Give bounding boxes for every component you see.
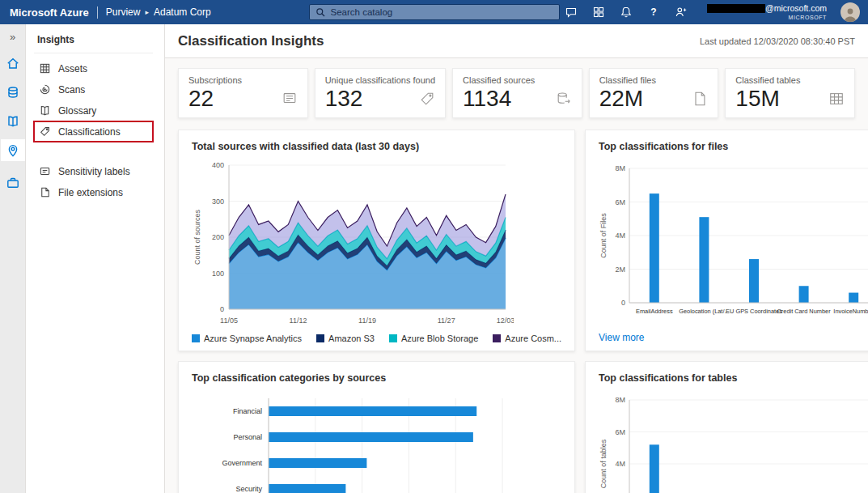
sidebar-item-label: Glossary — [58, 105, 96, 117]
svg-text:12/03: 12/03 — [497, 317, 514, 325]
breadcrumb-org[interactable]: Adatum Corp — [154, 6, 211, 18]
topbar-actions: ? @microsoft.com MICROSOFT — [565, 2, 860, 22]
breadcrumb: Purview ▸ Adatum Corp — [106, 6, 211, 18]
stat-label: Classified sources — [463, 75, 572, 85]
legend-swatch — [192, 334, 200, 342]
app-shell: » I — [0, 24, 868, 493]
classification-tag-icon — [39, 125, 51, 138]
azure-brand: Microsoft Azure — [10, 6, 89, 19]
svg-text:Government: Government — [222, 459, 262, 467]
svg-text:Count of sources: Count of sources — [193, 209, 201, 265]
help-icon[interactable]: ? — [647, 6, 661, 19]
sidebar-item-sensitivity-labels[interactable]: Sensitivity labels — [34, 161, 153, 181]
stat-card-classified-sources: Classified sources 1134 — [452, 68, 582, 118]
main-header: Classification Insights Last updated 12/… — [165, 24, 868, 58]
collapse-chevrons-icon[interactable]: » — [1, 28, 25, 45]
data-map-icon[interactable] — [1, 81, 25, 103]
tables-bar-chart: 02M4M6M8MCount of tables — [599, 390, 868, 493]
chart-card-tables-bars: Top classifications for tables 02M4M6M8M… — [585, 361, 868, 493]
categories-hbar-chart: FinancialPersonalGovernmentSecurity — [192, 390, 514, 493]
file-icon — [692, 91, 708, 110]
stat-card-unique-classifications: Unique classifications found 132 — [315, 68, 446, 118]
svg-text:11/05: 11/05 — [220, 317, 238, 325]
files-bar-chart: 02M4M6M8MEmailAddressGeolocation (Lat/..… — [599, 159, 868, 324]
left-icon-rail: » — [0, 24, 26, 493]
stat-card-classified-tables: Classified tables 15M — [725, 68, 855, 118]
sidebar-item-assets[interactable]: Assets — [34, 58, 153, 79]
chart-title: Top classifications for tables — [599, 372, 868, 384]
feedback-icon[interactable] — [565, 6, 578, 19]
glossary-book-icon — [39, 104, 51, 117]
search-input[interactable] — [331, 7, 553, 17]
svg-text:11/19: 11/19 — [358, 317, 376, 325]
stat-card-subscriptions: Subscriptions 22 — [178, 68, 308, 118]
legend-item: Azure Cosm... — [493, 334, 561, 343]
svg-text:Count of Files: Count of Files — [599, 213, 608, 258]
sidebar-item-file-extensions[interactable]: File extensions — [34, 182, 153, 202]
sources-area-chart: 010020030040011/0511/1211/1911/2712/03Co… — [192, 159, 514, 329]
legend-swatch — [389, 334, 397, 342]
svg-text:0: 0 — [220, 305, 224, 313]
svg-text:6M: 6M — [616, 198, 626, 206]
sidebar-item-classifications[interactable]: Classifications — [34, 121, 153, 142]
svg-text:11/27: 11/27 — [438, 317, 455, 325]
account-info[interactable]: @microsoft.com MICROSOFT — [707, 4, 827, 20]
sidebar-item-scans[interactable]: Scans — [34, 79, 153, 100]
last-updated: Last updated 12/03/2020 08:30:40 PST — [700, 36, 855, 46]
svg-text:Financial: Financial — [233, 407, 262, 415]
sidebar-item-glossary[interactable]: Glossary — [34, 100, 153, 121]
stat-label: Unique classifications found — [325, 75, 435, 85]
redacted-account-name — [707, 4, 765, 13]
view-more-link[interactable]: View more — [599, 332, 644, 343]
stat-label: Classified tables — [735, 75, 845, 85]
breadcrumb-product[interactable]: Purview — [106, 6, 141, 18]
scan-icon — [39, 83, 51, 96]
contact-icon[interactable] — [675, 6, 688, 19]
account-org: MICROSOFT — [789, 15, 827, 20]
svg-text:EmailAddress: EmailAddress — [636, 308, 673, 315]
svg-text:Count of tables: Count of tables — [599, 439, 608, 488]
svg-text:Credit Card Number: Credit Card Number — [777, 308, 832, 315]
sidebar-item-label: Classifications — [58, 126, 121, 138]
svg-text:2M: 2M — [616, 266, 626, 274]
apps-icon[interactable] — [592, 6, 606, 19]
stat-card-classified-files: Classified files 22M — [589, 68, 719, 118]
insights-sidebar: Insights Assets Scans — [26, 24, 165, 493]
sidebar-list: Assets Scans Glossary — [34, 58, 164, 202]
svg-text:100: 100 — [212, 270, 224, 278]
svg-text:400: 400 — [212, 161, 224, 169]
catalog-search[interactable] — [309, 4, 560, 20]
stat-label: Subscriptions — [188, 75, 298, 85]
home-icon[interactable] — [1, 52, 25, 74]
chart-card-categories-hbars: Top classification categories by sources… — [178, 361, 575, 493]
svg-text:11/12: 11/12 — [290, 317, 307, 325]
sensitivity-label-icon — [39, 165, 51, 177]
search-icon — [315, 7, 326, 18]
chart-title: Top classification categories by sources — [192, 372, 561, 384]
legend-item: Azure Synapse Analytics — [192, 334, 302, 343]
main-content: Subscriptions 22 Unique classifications … — [165, 58, 868, 493]
avatar[interactable] — [840, 2, 860, 22]
svg-text:8M: 8M — [616, 396, 626, 404]
page-title: Classification Insights — [178, 33, 324, 49]
chart-legend: Azure Synapse Analytics Amazon S3 Azure … — [192, 334, 561, 343]
svg-text:4M: 4M — [616, 460, 626, 468]
legend-swatch — [316, 334, 324, 342]
insights-icon[interactable] — [1, 139, 25, 161]
data-catalog-icon[interactable] — [1, 110, 25, 132]
top-bar: Microsoft Azure Purview ▸ Adatum Corp — [0, 0, 868, 24]
subscription-icon — [282, 91, 298, 110]
svg-text:Security: Security — [235, 485, 262, 493]
svg-text:8M: 8M — [616, 164, 626, 172]
account-email: @microsoft.com — [707, 4, 827, 13]
sidebar-item-label: Scans — [58, 84, 85, 96]
stat-label: Classified files — [599, 75, 709, 85]
svg-text:300: 300 — [212, 198, 224, 206]
chart-title: Total sources with classified data (last… — [192, 141, 561, 152]
svg-text:EU GPS Coordinates: EU GPS Coordinates — [726, 308, 782, 315]
management-icon[interactable] — [1, 172, 25, 193]
svg-text:4M: 4M — [616, 232, 626, 240]
classification-tag-icon — [419, 91, 435, 110]
svg-text:0: 0 — [621, 299, 625, 307]
notifications-bell-icon[interactable] — [620, 6, 633, 19]
